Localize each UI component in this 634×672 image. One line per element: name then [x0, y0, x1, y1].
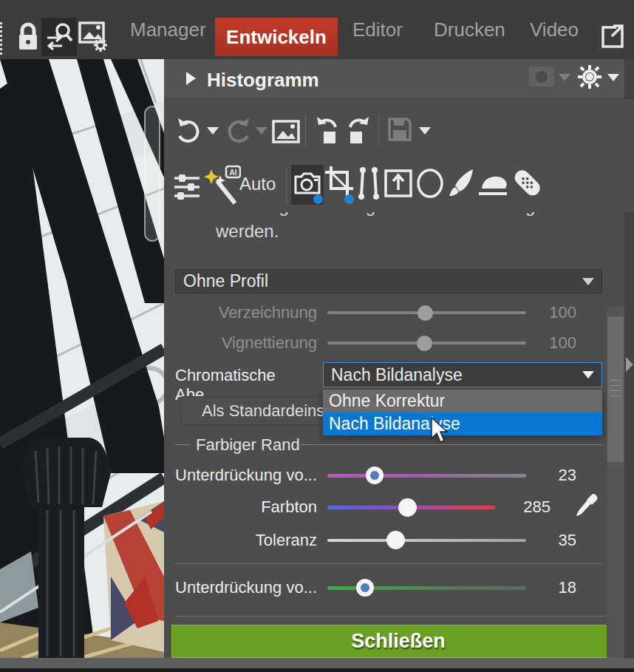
slider-thumb[interactable] [398, 498, 417, 517]
close-button[interactable]: Schließen [171, 625, 625, 658]
set-default-button-label: Als Standardeinste [202, 401, 338, 421]
slider-track[interactable] [327, 506, 495, 509]
open-external-icon [599, 23, 625, 51]
slider-track[interactable] [327, 474, 526, 478]
slider-track[interactable] [327, 586, 526, 590]
histogram-header[interactable]: Histogramm [164, 59, 634, 99]
auto-button-label[interactable]: Auto [239, 174, 276, 194]
compare-zoom-icon [44, 21, 74, 52]
lock-button[interactable] [15, 21, 41, 53]
camera-icon [294, 172, 321, 194]
slider-value: 100 [539, 303, 576, 322]
eyedropper-icon[interactable] [575, 492, 599, 520]
lock-icon [16, 22, 40, 52]
dropdown-option-nach-bildanalyse[interactable]: Nach Bildanalyse [323, 413, 602, 435]
tab-editor[interactable]: Editor [352, 0, 403, 59]
tools-toolbar: AI Auto [164, 159, 634, 212]
gear-icon[interactable] [578, 65, 601, 89]
slider-thumb[interactable] [366, 466, 384, 484]
slider-value: 18 [539, 578, 576, 597]
svg-text:AI: AI [230, 169, 237, 177]
guided-lines-tool-icon[interactable] [358, 166, 380, 200]
rotate-right-icon[interactable] [344, 115, 371, 145]
crop-badge-dot [344, 194, 354, 204]
retouch-bandaid-tool-icon[interactable] [510, 165, 544, 202]
group-title-farbiger-rand: Farbiger Rand [196, 435, 300, 455]
slider-thumb[interactable] [417, 305, 433, 321]
chromatic-combobox-chevron-icon [582, 371, 594, 379]
chromatic-combobox-value: Nach Bildanalyse [331, 365, 463, 385]
develop-side-panel: Histogramm [164, 59, 634, 658]
camera-badge-dot [313, 194, 323, 204]
auto-enhance-wand-icon[interactable]: AI [202, 165, 241, 206]
slider-track[interactable] [327, 311, 526, 314]
slider-label: Unterdrückung vo... [175, 578, 317, 597]
profile-combobox[interactable]: Ohne Profil [175, 269, 602, 293]
redo-dropdown-icon [256, 127, 267, 135]
mask-preview-button[interactable] [529, 67, 554, 86]
history-toolbar [164, 99, 634, 159]
top-bar: Manager Entwickeln Editor Drucken Video [0, 0, 634, 59]
brush-tool-icon[interactable] [448, 168, 476, 199]
original-image-icon[interactable] [272, 120, 300, 143]
slider-track[interactable] [327, 539, 526, 542]
undo-dropdown-icon[interactable] [207, 127, 219, 135]
radial-filter-tool-icon[interactable] [415, 168, 445, 199]
panel-scrollbar-thumb[interactable] [607, 316, 624, 462]
tab-manager[interactable]: Manager [130, 0, 206, 59]
panel-title: Histogramm [207, 69, 319, 92]
slider-label: Farbton [175, 498, 317, 517]
slider-label: Toleranz [175, 531, 317, 550]
slider-value: 100 [539, 333, 576, 353]
slider-label: Unterdrückung vo... [175, 466, 317, 485]
expand-arrow-icon[interactable] [186, 72, 196, 85]
slider-thumb[interactable] [356, 579, 374, 597]
slider-thumb[interactable] [386, 531, 405, 549]
zoner-photo-studio-window: Manager Entwickeln Editor Drucken Video [0, 0, 634, 672]
undo-icon[interactable] [176, 117, 202, 143]
mask-circle-icon [536, 71, 548, 83]
dropdown-option-ohne-korrektur[interactable]: Ohne Korrektur [323, 390, 602, 413]
panel-expand-arrow-icon [626, 357, 633, 372]
chromatic-dropdown-list: Ohne Korrektur Nach Bildanalyse [323, 390, 602, 435]
tab-video[interactable]: Video [530, 0, 579, 59]
photo-scrollbar[interactable] [145, 106, 160, 241]
crop-icon [325, 166, 353, 197]
tab-drucken[interactable]: Drucken [434, 0, 505, 59]
straighten-tool-icon[interactable] [384, 169, 412, 197]
status-strip [0, 658, 634, 668]
compare-zoom-button[interactable] [41, 18, 77, 56]
mouse-cursor [429, 416, 449, 444]
window-bottom-edge [0, 668, 634, 672]
open-external-button[interactable] [597, 21, 627, 53]
mask-dropdown-icon[interactable] [559, 74, 570, 81]
chromatic-combobox[interactable]: Nach Bildanalyse [323, 362, 602, 387]
crop-tool[interactable] [325, 166, 355, 205]
slider-label: Vignettierung [175, 333, 317, 353]
adjustments-icon[interactable] [174, 172, 200, 202]
photo-preview[interactable] [0, 59, 164, 658]
camera-tool-active[interactable] [291, 165, 324, 205]
profile-combobox-value: Ohne Profil [183, 271, 268, 291]
save-dropdown-icon[interactable] [419, 127, 431, 135]
close-button-label: Schließen [351, 630, 446, 653]
profile-combobox-chevron-icon [582, 278, 594, 285]
image-settings-icon [78, 20, 108, 54]
photo-ironwork-image [0, 59, 164, 658]
image-settings-button[interactable] [78, 19, 108, 55]
slider-label: Verzeichnung [175, 303, 317, 322]
slider-value: 23 [539, 466, 576, 485]
panel-edge-icon [0, 22, 8, 55]
panel-menu-dropdown-icon[interactable] [607, 74, 619, 81]
gradient-filter-tool-icon[interactable] [477, 172, 508, 197]
slider-track[interactable] [327, 342, 526, 345]
slider-value: 285 [506, 498, 551, 517]
slider-thumb[interactable] [417, 336, 432, 351]
tab-entwickeln[interactable]: Entwickeln [215, 18, 338, 56]
save-icon [387, 117, 412, 142]
rotate-left-icon[interactable] [315, 115, 341, 145]
redo-icon [225, 117, 251, 143]
slider-value: 35 [539, 531, 576, 550]
